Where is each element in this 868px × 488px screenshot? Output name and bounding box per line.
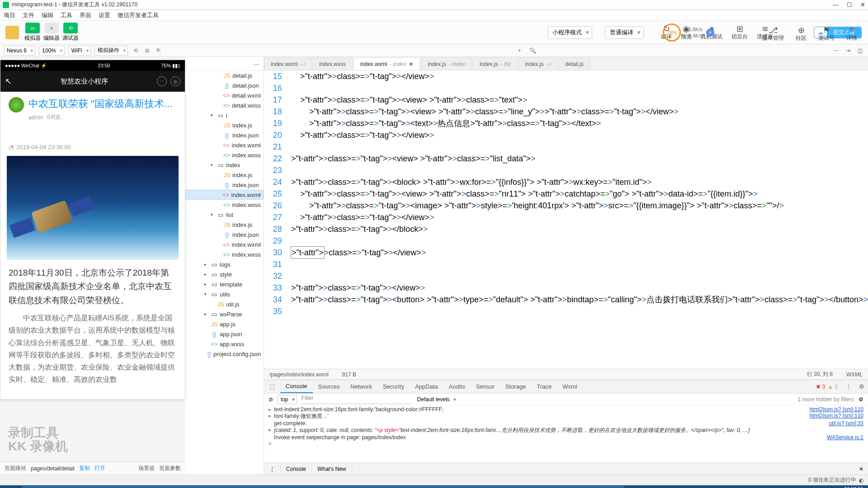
taskbar-app[interactable]: sch xyxy=(113,486,134,488)
scene-value-link[interactable]: 场景值 xyxy=(138,465,155,472)
elements-inspect-icon[interactable]: ⬚ xyxy=(264,380,280,393)
editor-tab[interactable]: index.js- list xyxy=(473,57,518,70)
devtools-tab[interactable]: AppData xyxy=(410,380,443,393)
drawer-close-icon[interactable]: ✕ xyxy=(854,466,868,472)
devtools-tab[interactable]: Security xyxy=(377,380,410,393)
menu-item[interactable]: 编辑 xyxy=(42,11,53,19)
file-tree-item[interactable]: {}detail.json xyxy=(185,80,264,90)
drawer-tab-console[interactable]: Console xyxy=(281,463,312,474)
levels-select[interactable]: Default levels xyxy=(415,395,458,404)
drawer-menu-icon[interactable]: ⋮ xyxy=(264,463,281,474)
taskbar-app[interactable]: K... xyxy=(426,486,448,488)
taskbar-app[interactable]: mi... xyxy=(202,486,226,488)
taskbar-app[interactable]: M... xyxy=(556,486,578,488)
taskbar-app[interactable]: 家... xyxy=(601,486,624,488)
more-icon[interactable]: ⋯ xyxy=(831,47,840,54)
file-tree-item[interactable]: <>app.wxss xyxy=(185,339,264,349)
settings-gear-icon[interactable]: ⚙ xyxy=(859,396,863,403)
close-button[interactable]: ✕ xyxy=(860,1,865,8)
system-tray[interactable]: ▴⚙⬒🛡🔊📶中⌨ 23:50:512019/4/4 xyxy=(763,486,867,488)
back-icon[interactable]: ↖ xyxy=(5,76,12,86)
editor-tab[interactable]: index.js- index xyxy=(421,57,472,70)
editor-toggle[interactable]: ≡编辑器 xyxy=(43,23,60,42)
taskbar-app[interactable] xyxy=(383,486,404,488)
devtools-settings-icon[interactable]: ⚙ xyxy=(855,383,868,390)
file-tree-item[interactable]: <>index.wxml xyxy=(185,239,264,249)
taskbar-app[interactable] xyxy=(491,486,512,488)
file-tree-item[interactable]: ▸▭style xyxy=(185,269,264,279)
capsule-menu-icon[interactable]: ⋯ xyxy=(157,76,167,86)
file-explorer[interactable]: ⋯ JSdetail.js{}detail.json<>detail.wxml<… xyxy=(185,57,264,474)
editor-tab[interactable]: index.wxss xyxy=(312,57,353,70)
taskbar-app[interactable]: 欢... xyxy=(316,486,340,488)
file-tree-item[interactable]: JSapp.js xyxy=(185,319,264,329)
file-tree-item[interactable]: <>index.wxss xyxy=(185,150,264,160)
menu-item[interactable]: 设置 xyxy=(99,11,110,19)
menu-item[interactable]: 文件 xyxy=(23,11,34,19)
taskbar-app[interactable]: 新... xyxy=(135,486,158,488)
menu-item[interactable]: 项目 xyxy=(4,11,15,19)
taskbar-app[interactable] xyxy=(295,486,316,488)
indent-icon[interactable]: ⇥ xyxy=(844,47,852,54)
taskbar-app[interactable] xyxy=(362,486,383,488)
minimize-button[interactable]: — xyxy=(833,1,839,8)
file-tree-item[interactable]: <>index.wxss xyxy=(185,200,264,210)
taskbar-app[interactable]: (... xyxy=(158,486,179,488)
taskbar-app[interactable]: m... xyxy=(579,486,601,488)
taskbar-app[interactable]: (... xyxy=(405,486,425,488)
network-select[interactable]: WiFi xyxy=(68,46,91,56)
file-tree-item[interactable]: ▸▭wxParse xyxy=(185,309,264,319)
page-params-link[interactable]: 页面参数 xyxy=(159,465,181,472)
device-select[interactable]: Nexus 6 xyxy=(4,46,35,56)
file-tree-item[interactable]: ▾▭utils xyxy=(185,289,264,299)
details-button[interactable]: ≡详情 xyxy=(846,25,857,42)
taskbar-app[interactable]: S... xyxy=(248,486,270,488)
taskbar-app[interactable]: A... xyxy=(90,486,112,488)
code-area[interactable]: 1516171819202122232425262728293031323334… xyxy=(264,70,868,369)
taskbar-app[interactable] xyxy=(513,486,533,488)
mock-select[interactable]: 模拟操作 xyxy=(94,46,128,56)
split-icon[interactable]: ◫ xyxy=(856,47,864,54)
menu-item[interactable]: 界面 xyxy=(80,11,91,19)
file-tree-item[interactable]: ▾▭index xyxy=(185,160,264,170)
taskbar-app[interactable]: SS... xyxy=(270,486,295,488)
tab-close-icon[interactable]: ✕ xyxy=(409,61,413,67)
taskbar-app[interactable]: D... xyxy=(469,486,491,488)
taskbar-app[interactable]: st... xyxy=(179,486,202,488)
taskbar-app[interactable]: 智... xyxy=(22,486,45,488)
zoom-select[interactable]: 100% xyxy=(39,46,65,56)
menu-item[interactable]: 微信开发者工具 xyxy=(118,11,159,19)
user-avatar[interactable] xyxy=(5,26,19,39)
taskbar-app[interactable]: 新... xyxy=(46,486,69,488)
file-tree-item[interactable]: {}index.json xyxy=(185,130,264,140)
taskbar-app[interactable]: N... xyxy=(340,486,362,488)
taskbar-app[interactable]: D... xyxy=(226,486,248,488)
file-tree-item[interactable]: <>detail.wxml xyxy=(185,90,264,100)
file-tree-item[interactable]: {}index.json xyxy=(185,180,264,190)
devtools-tab[interactable]: Sensor xyxy=(471,380,500,393)
editor-tab[interactable]: index.js- i xyxy=(519,57,558,70)
devtools-tab[interactable]: Console xyxy=(280,380,313,393)
clear-console-icon[interactable]: ⊘ xyxy=(269,396,273,403)
file-tree-item[interactable]: {}index.json xyxy=(185,230,264,239)
devtools-tab[interactable]: Network xyxy=(345,380,377,393)
file-tree-item[interactable]: ▸▭template xyxy=(185,279,264,289)
drawer-tab-whatsnew[interactable]: What's New xyxy=(312,463,352,474)
dual-screen-icon[interactable]: ⧉ xyxy=(143,47,151,54)
console-output[interactable]: ▸text-indent:2em;font-size:16px;font-fam… xyxy=(264,405,868,463)
taskbar-clock[interactable]: 23:50:512019/4/4 xyxy=(844,486,863,488)
editor-tab[interactable]: index.wxml- i xyxy=(264,57,311,70)
file-tree-item[interactable]: JSutil.js xyxy=(185,299,264,309)
community-button[interactable]: ⊕社区 xyxy=(796,25,807,42)
filter-input[interactable]: Filter xyxy=(302,395,410,404)
more-icon[interactable]: ⋯ xyxy=(253,61,259,68)
background-button[interactable]: ⊞切后台 xyxy=(731,24,748,41)
context-select[interactable]: top xyxy=(278,395,297,404)
devtools-tab[interactable]: Wxml xyxy=(557,380,583,393)
simulator-toggle[interactable]: ▭模拟器 xyxy=(24,23,41,42)
file-tree-item[interactable]: {}app.json xyxy=(185,329,264,339)
popout-icon[interactable]: ⇱ xyxy=(155,47,163,54)
version-button[interactable]: ⎇版本管理 xyxy=(762,25,784,42)
taskbar-app[interactable]: X... xyxy=(534,486,556,488)
maximize-button[interactable]: ☐ xyxy=(847,1,852,8)
